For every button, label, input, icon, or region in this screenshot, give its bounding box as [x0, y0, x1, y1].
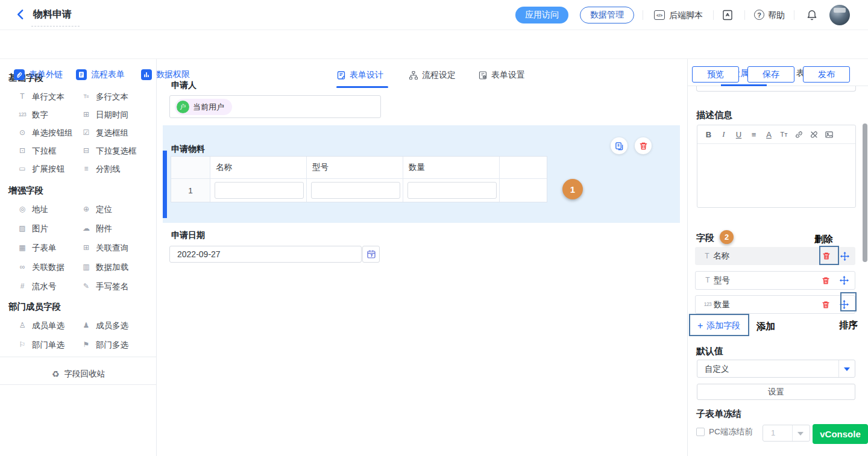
link-button[interactable] [791, 130, 807, 139]
copy-field-button[interactable] [611, 137, 627, 154]
move-field-row-handle[interactable] [839, 276, 849, 286]
sidebar-item-linked-data[interactable]: ∞关联数据 [17, 262, 64, 272]
description-rich-text-editor[interactable]: B I U ≡ A Tт [697, 125, 856, 208]
field-row-label: 型号 [714, 275, 730, 286]
flow-form-label: 流程表单 [91, 69, 125, 80]
app-access-button[interactable]: 应用访问 [515, 7, 568, 23]
sidebar-item-checkbox-group[interactable]: ☑复选框组 [81, 128, 128, 138]
publish-button[interactable]: 发布 [803, 66, 850, 83]
tab-form-setting[interactable]: 表单设置 [478, 70, 525, 81]
data-manage-button[interactable]: 数据管理 [580, 7, 634, 23]
pc-freeze-checkbox[interactable] [696, 428, 705, 436]
save-button[interactable]: 保存 [747, 66, 794, 83]
italic-button[interactable]: I [716, 130, 731, 139]
editor-toolbar: B I U ≡ A Tт [697, 125, 855, 144]
sidebar-item-member-single[interactable]: ♙成员单选 [17, 320, 64, 331]
panel-scrollbar[interactable] [863, 123, 867, 262]
model-cell-input[interactable] [311, 182, 400, 199]
header-cell-model: 型号 [307, 157, 403, 178]
delete-field-button[interactable] [635, 137, 652, 154]
sidebar-item-label: 子表单 [32, 243, 57, 254]
sidebar-item-single-line-text[interactable]: T单行文本 [17, 92, 64, 102]
select-icon: ⊡ [17, 146, 28, 156]
quantity-cell-input[interactable] [407, 182, 497, 199]
default-value-select[interactable]: 自定义 [697, 360, 855, 378]
help-button[interactable]: 帮助 [768, 10, 785, 21]
sidebar-item-address[interactable]: ◎地址 [17, 204, 48, 214]
underline-button[interactable]: U [731, 130, 746, 139]
location-icon: ⊕ [81, 204, 92, 214]
sidebar-item-divider[interactable]: ≡分割线 [81, 164, 121, 174]
date-input[interactable]: 2022-09-27 [169, 246, 362, 263]
settings-button[interactable]: 设置 [697, 384, 855, 400]
sidebar-item-attachment[interactable]: ☁附件 [81, 223, 112, 234]
sidebar-item-number[interactable]: 123数字 [17, 110, 48, 120]
data-permission-button[interactable]: 数据权限 [141, 69, 190, 80]
applicant-input[interactable]: 户 当前用户 [169, 95, 381, 118]
data-load-icon: ▥ [81, 262, 92, 272]
datetime-icon: ⊞ [81, 110, 92, 120]
tab-flow-setting[interactable]: 流程设定 [409, 70, 456, 81]
tab-form-design[interactable]: 表单设计 [336, 70, 383, 81]
sidebar-item-label: 单行文本 [32, 92, 64, 102]
sidebar-item-multi-line-text[interactable]: T≡多行文本 [81, 92, 128, 102]
font-size-button[interactable]: Tт [776, 131, 791, 138]
form-external-link-button[interactable]: 表单外链 [14, 69, 63, 80]
align-button[interactable]: ≡ [746, 130, 761, 139]
sidebar-item-label: 复选框组 [96, 128, 128, 139]
sidebar-item-dept-single[interactable]: ⚐部门单选 [17, 340, 64, 350]
sidebar-item-extend-button[interactable]: ▭扩展按钮 [17, 164, 64, 174]
sidebar-item-label: 扩展按钮 [32, 164, 64, 175]
unlink-icon[interactable] [807, 130, 822, 139]
sidebar-item-radio-group[interactable]: ⊙单选按钮组 [17, 128, 73, 138]
field-row-quantity[interactable]: 123 数量 [695, 295, 855, 314]
sidebar-item-datetime[interactable]: ⊞日期时间 [81, 110, 128, 120]
font-color-button[interactable]: A [761, 130, 776, 139]
sidebar-item-linked-query[interactable]: ⊞关联查询 [81, 243, 128, 253]
bell-icon [806, 8, 818, 22]
sidebar-item-member-multi[interactable]: ♟成员多选 [81, 320, 128, 331]
sidebar-item-data-load[interactable]: ▥数据加载 [81, 262, 128, 272]
sidebar-item-dept-multi[interactable]: ⚑部门多选 [81, 340, 128, 350]
header-cell-quantity: 数量 [403, 157, 500, 178]
backend-script-button[interactable]: 后端脚本 [669, 10, 703, 21]
subform-field-selected[interactable]: 申请物料 名称 型号 数量 1 [163, 125, 680, 223]
field-row-model[interactable]: T 型号 [695, 271, 855, 290]
vconsole-button[interactable]: vConsole [813, 424, 868, 444]
field-recycle-bin-button[interactable]: ♻ 字段回收站 [0, 365, 157, 383]
title-dashed-underline [31, 26, 80, 27]
extend-button-icon: ▭ [17, 164, 28, 174]
sidebar-item-signature[interactable]: ✎手写签名 [81, 281, 128, 292]
sidebar-item-multi-select[interactable]: ⊟下拉复选框 [81, 146, 137, 156]
truncated-field-name-input[interactable] [696, 86, 856, 92]
sidebar-item-label: 多行文本 [96, 92, 128, 102]
sidebar-item-serial-number[interactable]: #流水号 [17, 281, 57, 292]
data-permission-label: 数据权限 [156, 69, 190, 80]
sidebar-item-location[interactable]: ⊕定位 [81, 204, 112, 214]
user-avatar[interactable] [829, 5, 850, 25]
back-button[interactable] [14, 8, 28, 22]
bold-button[interactable]: B [701, 130, 716, 139]
delete-field-row-button[interactable] [821, 300, 831, 310]
tab-form-design-label: 表单设计 [350, 70, 383, 81]
applicant-field-label: 申请人 [171, 80, 197, 91]
sidebar-item-subform[interactable]: ▦子表单 [17, 243, 57, 253]
name-cell-input[interactable] [215, 182, 304, 199]
delete-field-row-button[interactable] [821, 276, 831, 286]
sidebar-item-image[interactable]: ▨图片 [17, 223, 48, 234]
sidebar-item-select[interactable]: ⊡下拉框 [17, 146, 57, 156]
page-title: 物料申请 [33, 8, 72, 21]
selected-field-indicator-bar [163, 151, 167, 218]
field-library-sidebar: 基础字段 T单行文本 T≡多行文本 123数字 ⊞日期时间 ⊙单选按钮组 ☑复选… [0, 59, 157, 456]
freeze-count-select[interactable]: 1 [763, 425, 810, 442]
preview-button[interactable]: 预览 [692, 66, 739, 83]
insert-image-button[interactable] [822, 130, 837, 139]
sidebar-item-label: 下拉复选框 [96, 146, 137, 157]
date-picker-button[interactable] [362, 246, 380, 263]
notification-bell-button[interactable] [806, 8, 818, 22]
move-field-row-handle[interactable] [840, 251, 849, 261]
annotation-sort-label: 排序 [839, 319, 858, 332]
current-user-tag[interactable]: 户 当前用户 [175, 99, 232, 115]
contacts-button[interactable] [722, 9, 734, 21]
flow-form-button[interactable]: 流程表单 [76, 69, 125, 80]
